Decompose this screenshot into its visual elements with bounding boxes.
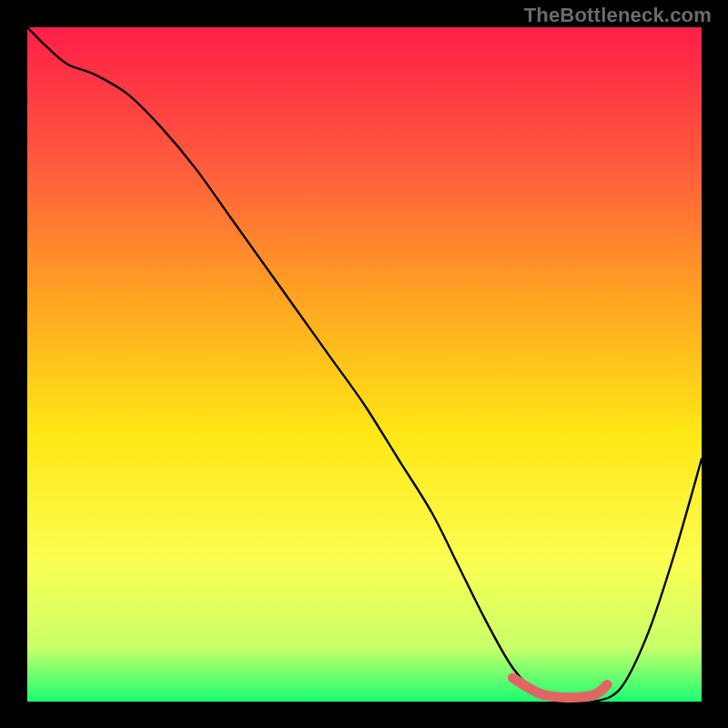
- watermark-text: TheBottleneck.com: [524, 4, 712, 27]
- plot-background: [27, 27, 702, 702]
- chart-svg: [0, 0, 728, 728]
- bottleneck-chart: TheBottleneck.com: [0, 0, 728, 728]
